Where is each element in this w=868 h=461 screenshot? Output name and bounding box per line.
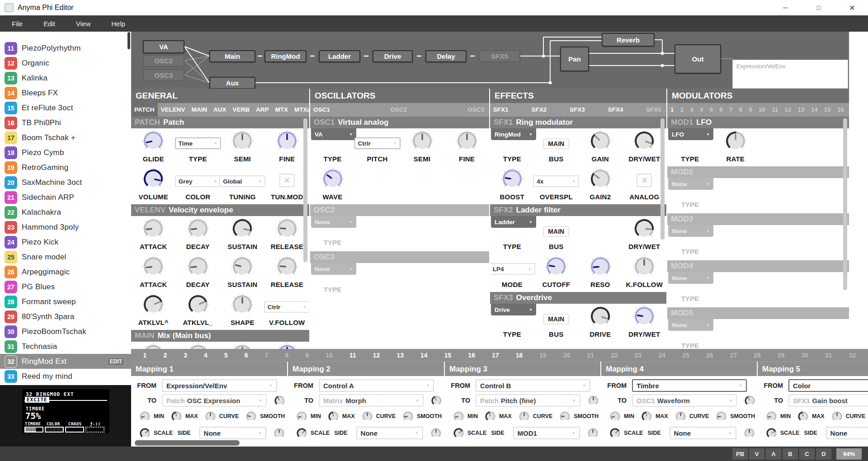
mapping-slot-7[interactable]: 7: [265, 352, 269, 359]
side-dropdown[interactable]: MOD1▼: [513, 427, 580, 439]
tab-general-mtx[interactable]: MTX: [272, 103, 292, 117]
tab-mod-4[interactable]: 4: [697, 103, 707, 117]
from-dropdown[interactable]: Timbre▼: [632, 379, 747, 392]
mapping-slot-21[interactable]: 21: [587, 352, 594, 359]
side-dropdown[interactable]: None▼: [670, 427, 736, 439]
menu-view[interactable]: View: [76, 20, 90, 28]
mapping-slot-32[interactable]: 32: [849, 352, 856, 359]
routing-box-ladder[interactable]: Ladder: [319, 50, 360, 62]
patch-list-item-29[interactable]: 2980'Synth 3para: [0, 309, 131, 324]
tab-mod-8[interactable]: 8: [736, 103, 745, 117]
decay-knob[interactable]: [185, 254, 211, 281]
bus-button[interactable]: MAIN: [543, 314, 569, 325]
patch-list-item-20[interactable]: 20SaxMachine 3oct: [0, 175, 131, 190]
mapping-slot-12[interactable]: 12: [373, 352, 380, 359]
tab-general-patch[interactable]: PATCH: [131, 103, 158, 117]
min-knob[interactable]: [293, 408, 310, 425]
tuning-dropdown[interactable]: Global▼: [219, 175, 265, 187]
min-knob[interactable]: [450, 408, 467, 425]
tab-general-verb[interactable]: VERB: [230, 103, 253, 117]
atklvl-knob[interactable]: [141, 292, 166, 319]
tab-mod-12[interactable]: 12: [781, 103, 794, 117]
max-knob[interactable]: [482, 408, 499, 425]
drive-knob[interactable]: [588, 304, 613, 331]
item-knob[interactable]: [230, 342, 255, 349]
routing-box-aux[interactable]: Aux: [209, 77, 255, 89]
tab-osc-osc1[interactable]: OSC1: [310, 103, 333, 117]
side-amount-knob[interactable]: [741, 425, 757, 442]
scale-knob[interactable]: [450, 425, 467, 442]
to-amount-knob[interactable]: [585, 392, 600, 409]
osc2-type-dropdown[interactable]: None▼: [311, 216, 356, 228]
patch-list-item-30[interactable]: 30PiezoBoomTschak: [0, 324, 131, 339]
patch-list-item-18[interactable]: 18Piezo Cymb: [0, 145, 131, 160]
mapping-slot-5[interactable]: 5: [224, 352, 228, 359]
smooth-knob[interactable]: [243, 408, 259, 425]
routing-box-out[interactable]: Out: [675, 44, 721, 74]
tab-mod-15[interactable]: 15: [821, 103, 834, 117]
mapping-slot-24[interactable]: 24: [658, 352, 665, 359]
routing-box-drive[interactable]: Drive: [373, 50, 413, 62]
patch-list-item-28[interactable]: 28Formant sweep: [0, 294, 131, 309]
patch-list-item-26[interactable]: 26Arpeggimagic: [0, 264, 131, 279]
menu-help[interactable]: Help: [111, 20, 125, 28]
mapping-slot-9[interactable]: 9: [305, 352, 309, 359]
tab-fx-sfx5[interactable]: SFX5: [643, 103, 665, 117]
wave-knob[interactable]: [320, 166, 345, 193]
patch-list-item-25[interactable]: 25Snare model: [0, 249, 131, 264]
maximize-icon[interactable]: □: [815, 4, 823, 11]
side-amount-knob[interactable]: [271, 425, 287, 442]
mapping-slot-22[interactable]: 22: [611, 352, 618, 359]
type-dropdown[interactable]: VA▼: [311, 128, 356, 140]
from-dropdown[interactable]: Control A▼: [319, 379, 434, 392]
tab-fx-sfx4[interactable]: SFX4: [605, 103, 627, 117]
mapping-slot-1[interactable]: 1: [143, 352, 147, 359]
mapping-slot-23[interactable]: 23: [635, 352, 642, 359]
bottombar-button-v[interactable]: V: [749, 448, 764, 460]
to-dropdown[interactable]: PatchOSC Expression▼: [162, 394, 267, 407]
item-knob[interactable]: [141, 342, 166, 349]
bus-button[interactable]: MAIN: [543, 138, 569, 149]
patch-list-item-21[interactable]: 21Sidechain ARP: [0, 190, 131, 205]
mapping-slot-13[interactable]: 13: [396, 352, 404, 359]
shape-knob[interactable]: [230, 292, 255, 319]
routing-box-main[interactable]: Main: [209, 50, 255, 62]
tab-mod-14[interactable]: 14: [808, 103, 821, 117]
mapping-slot-14[interactable]: 14: [420, 352, 428, 359]
atklvl-knob[interactable]: [185, 292, 211, 319]
boost-knob[interactable]: [500, 166, 525, 193]
pitch-dropdown[interactable]: Ctrlr▼: [354, 137, 401, 149]
routing-box-osc2[interactable]: OSC2: [143, 55, 184, 67]
attack-knob[interactable]: [141, 216, 166, 243]
attack-knob[interactable]: [141, 254, 166, 281]
routing-box-pan[interactable]: Pan: [560, 47, 589, 71]
mapping-slot-26[interactable]: 26: [706, 352, 713, 359]
bottombar-button-pb[interactable]: PB: [732, 448, 748, 460]
fine-knob[interactable]: [274, 128, 300, 155]
patch-list-item-16[interactable]: 16TB Phi0Phi: [0, 115, 131, 130]
mapping-slot-27[interactable]: 27: [730, 352, 737, 359]
mapping-slot-6[interactable]: 6: [245, 352, 248, 359]
min-knob[interactable]: [137, 408, 153, 425]
mod4-type-dropdown[interactable]: None▼: [668, 272, 713, 284]
dry-wet-knob[interactable]: [632, 304, 657, 331]
patch-list-item-13[interactable]: 13Kalinka: [0, 71, 131, 85]
mapping-slot-3[interactable]: 3: [184, 352, 187, 359]
smooth-knob[interactable]: [400, 408, 416, 425]
side-dropdown[interactable]: None▼: [199, 427, 266, 439]
mapping-slot-11[interactable]: 11: [349, 352, 356, 359]
mod3-type-dropdown[interactable]: None▼: [668, 225, 713, 237]
modulators-scrollbar-thumb[interactable]: [843, 118, 847, 290]
smooth-knob[interactable]: [557, 408, 573, 425]
patch-list-item-11[interactable]: 11PiezoPolyrhythm: [0, 41, 131, 56]
cutoff-knob[interactable]: [543, 254, 569, 281]
gain-knob[interactable]: [588, 128, 613, 155]
glide-knob[interactable]: [141, 128, 166, 155]
patch-list-item-23[interactable]: 23Hammond 3poly: [0, 220, 131, 235]
patch-list-item-12[interactable]: 12Organic: [0, 56, 131, 71]
from-dropdown[interactable]: Expression/VelEnv▼: [162, 379, 277, 392]
tab-general-velenv[interactable]: VELENV: [158, 103, 189, 117]
color-dropdown[interactable]: Grey▼: [175, 175, 221, 187]
scale-knob[interactable]: [293, 425, 310, 442]
scale-knob[interactable]: [137, 425, 153, 442]
